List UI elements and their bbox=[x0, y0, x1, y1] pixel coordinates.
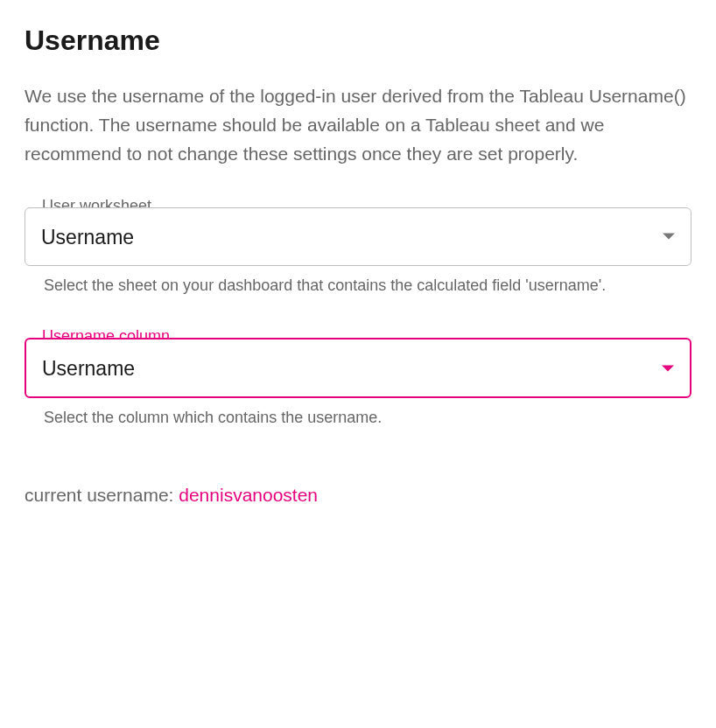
user-worksheet-field: User worksheet Username bbox=[25, 207, 691, 266]
chevron-down-icon bbox=[663, 234, 675, 240]
username-column-field: Username column Username bbox=[25, 338, 691, 398]
user-worksheet-value: Username bbox=[41, 226, 134, 249]
chevron-down-icon bbox=[662, 365, 674, 371]
page-description: We use the username of the logged-in use… bbox=[25, 81, 691, 169]
current-username-line: current username: dennisvanoosten bbox=[25, 485, 691, 506]
username-column-value: Username bbox=[42, 357, 135, 381]
user-worksheet-select[interactable]: Username bbox=[25, 207, 691, 266]
username-column-select[interactable]: Username bbox=[25, 338, 691, 398]
current-username-value: dennisvanoosten bbox=[179, 485, 318, 505]
current-username-label: current username: bbox=[25, 485, 179, 505]
page-title: Username bbox=[25, 24, 691, 57]
username-column-helper: Select the column which contains the use… bbox=[44, 407, 691, 429]
user-worksheet-helper: Select the sheet on your dashboard that … bbox=[44, 275, 691, 297]
